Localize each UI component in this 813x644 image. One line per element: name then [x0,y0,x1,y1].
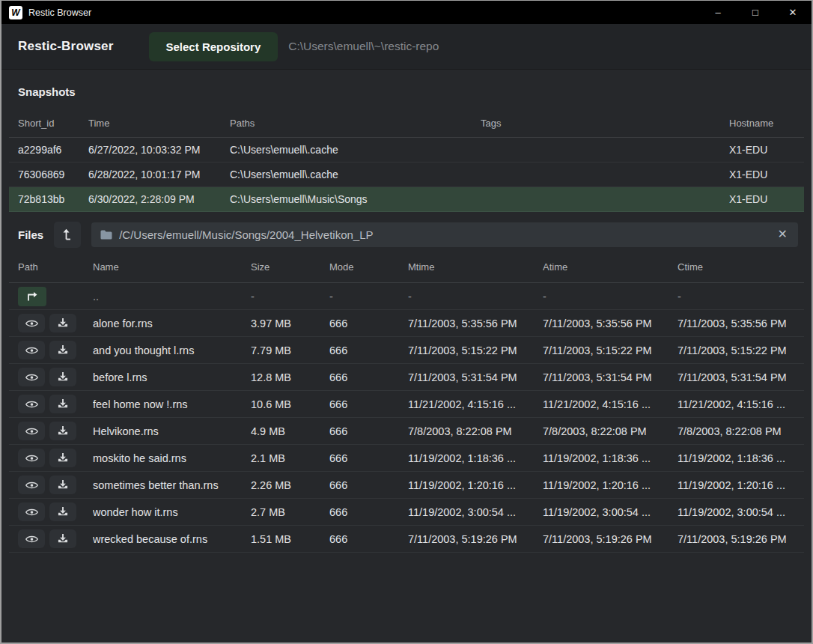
preview-file-button[interactable] [18,341,45,359]
file-name: sometimes better than.rns [93,479,251,491]
download-file-button[interactable] [49,476,76,494]
file-ctime: 7/11/2003, 5:15:22 PM [678,344,795,356]
file-mode: 666 [329,344,408,356]
file-row: wonder how it.rns 2.7 MB 666 11/19/2002,… [9,499,804,526]
column-header-hostname: Hostname [729,118,795,129]
preview-file-button[interactable] [18,449,45,467]
preview-file-button[interactable] [18,395,45,413]
up-level-button[interactable] [54,222,81,248]
snapshots-table: Short_id Time Paths Tags Hostname a2299a… [9,109,804,212]
preview-file-button[interactable] [18,314,45,332]
file-atime: 7/11/2003, 5:15:22 PM [543,344,678,356]
file-size: - [251,291,329,303]
download-icon [58,480,68,490]
file-mode: 666 [329,425,408,437]
file-ctime: 7/11/2003, 5:35:56 PM [678,318,795,329]
folder-icon [100,230,112,240]
file-name: moskito he said.rns [93,452,251,464]
snapshots-table-header: Short_id Time Paths Tags Hostname [9,109,804,138]
app-window: W Restic Browser – □ ✕ Restic-Browser Se… [0,0,813,644]
download-icon [58,426,68,436]
file-name: alone for.rns [93,318,251,329]
file-atime: 11/19/2002, 1:18:36 ... [543,452,678,464]
eye-icon [25,508,38,517]
snapshot-row-selected[interactable]: 72b813bb 6/30/2022, 2:28:09 PM C:\Users\… [9,187,804,212]
file-ctime: 11/19/2002, 1:18:36 ... [678,452,795,464]
preview-file-button[interactable] [18,529,45,548]
files-section-title: Files [18,228,43,241]
file-row: wrecked because of.rns 1.51 MB 666 7/11/… [9,526,804,553]
select-repository-button[interactable]: Select Repository [149,32,278,61]
file-mtime: 7/8/2003, 8:22:08 PM [408,425,543,437]
column-header-path: Path [18,261,93,273]
preview-file-button[interactable] [18,368,45,386]
file-ctime: 11/19/2002, 1:20:16 ... [678,479,795,491]
files-toolbar: Files /C/Users/emuell/Music/Songs/2004_H… [1,217,812,252]
file-atime: 11/19/2002, 1:20:16 ... [543,479,678,491]
preview-file-button[interactable] [18,476,45,494]
file-mtime: - [408,291,543,303]
download-file-button[interactable] [49,341,76,359]
file-name: Helvikone.rns [93,425,251,437]
download-file-button[interactable] [49,422,76,440]
file-ctime: 7/11/2003, 5:31:54 PM [678,371,795,383]
app-header: Restic-Browser Select Repository C:\User… [1,24,812,70]
file-row: and you thought l.rns 7.79 MB 666 7/11/2… [9,337,804,364]
preview-file-button[interactable] [18,502,45,521]
download-file-button[interactable] [49,395,76,413]
file-mtime: 7/11/2003, 5:19:26 PM [408,533,543,545]
up-right-arrow-icon [26,291,38,302]
app-logo-icon: W [9,6,22,19]
file-mtime: 11/19/2002, 3:00:54 ... [408,506,543,518]
file-name: wonder how it.rns [93,506,251,518]
download-icon [58,399,68,409]
eye-icon [25,319,38,328]
file-mtime: 11/19/2002, 1:18:36 ... [408,452,543,464]
download-file-button[interactable] [49,449,76,467]
snapshot-hostname: X1-EDU [729,193,795,205]
file-name: .. [93,291,251,303]
snapshot-paths: C:\Users\emuell\Music\Songs [230,193,481,205]
snapshot-row[interactable]: a2299af6 6/27/2022, 10:03:32 PM C:\Users… [9,138,804,162]
path-input-value: /C/Users/emuell/Music/Songs/2004_Helveti… [119,228,769,241]
preview-file-button[interactable] [18,422,45,440]
parent-directory-row: .. - - - - - [9,283,804,310]
download-icon [58,372,68,382]
download-file-button[interactable] [49,502,76,521]
download-icon [58,534,68,544]
snapshot-time: 6/30/2022, 2:28:09 PM [88,193,230,205]
snapshot-hostname: X1-EDU [729,144,795,156]
path-input[interactable]: /C/Users/emuell/Music/Songs/2004_Helveti… [91,222,798,247]
file-row: before l.rns 12.8 MB 666 7/11/2003, 5:31… [9,364,804,391]
column-header-tags: Tags [481,118,729,129]
file-size: 3.97 MB [251,318,329,329]
file-size: 2.7 MB [251,506,329,518]
minimize-button[interactable]: – [699,1,737,24]
clear-path-button[interactable]: ✕ [776,228,789,240]
file-mode: - [329,291,408,303]
titlebar: W Restic Browser – □ ✕ [1,1,812,24]
files-table: Path Name Size Mode Mtime Atime Ctime [9,252,804,553]
snapshot-row[interactable]: 76306869 6/28/2022, 10:01:17 PM C:\Users… [9,162,804,187]
download-file-button[interactable] [49,314,76,332]
file-atime: - [543,291,678,303]
snapshot-time: 6/27/2022, 10:03:32 PM [88,144,230,156]
download-file-button[interactable] [49,368,76,386]
file-mtime: 7/11/2003, 5:31:54 PM [408,371,543,383]
open-parent-directory-button[interactable] [18,287,46,306]
maximize-button[interactable]: □ [737,1,774,24]
download-file-button[interactable] [49,529,76,548]
file-name: before l.rns [93,371,251,383]
close-button[interactable]: ✕ [774,1,812,24]
eye-icon [25,427,38,436]
file-mode: 666 [329,506,408,518]
column-header-paths: Paths [230,118,481,129]
file-size: 4.9 MB [251,425,329,437]
column-header-name: Name [93,261,251,273]
file-name: wrecked because of.rns [93,533,251,545]
snapshot-time: 6/28/2022, 10:01:17 PM [88,168,230,180]
file-size: 12.8 MB [251,371,329,383]
snapshots-table-body: a2299af6 6/27/2022, 10:03:32 PM C:\Users… [9,138,804,212]
file-mode: 666 [329,533,408,545]
eye-icon [25,400,38,409]
